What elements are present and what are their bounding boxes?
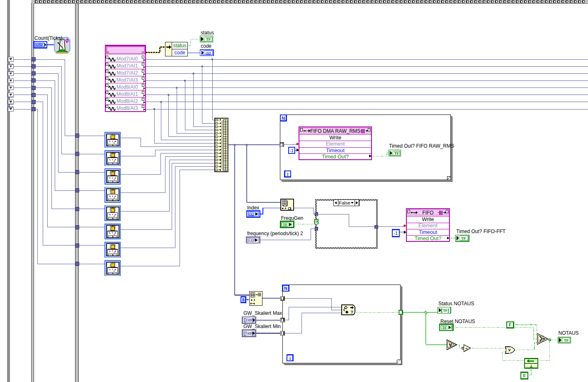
- svg-text:?: ?: [350, 310, 353, 315]
- svg-text:FIFO: FIFO: [422, 210, 433, 216]
- svg-text:Mod8/AI3: Mod8/AI3: [117, 105, 138, 111]
- svg-text:TF: TF: [206, 37, 211, 41]
- svg-text:?!: ?!: [107, 51, 109, 54]
- svg-text:F: F: [542, 340, 544, 343]
- svg-text:code: code: [201, 43, 211, 49]
- svg-text:Mod7/AI3: Mod7/AI3: [117, 77, 138, 83]
- svg-text:Timed Out? FIFO RAW_RMS: Timed Out? FIFO RAW_RMS: [389, 143, 454, 149]
- svg-text:¬: ¬: [465, 346, 468, 350]
- svg-text:-1: -1: [289, 148, 294, 153]
- svg-text:NOTAUS: NOTAUS: [559, 330, 579, 336]
- svg-text:False: False: [339, 200, 350, 205]
- svg-text:v: v: [508, 348, 511, 352]
- svg-text:Timeout: Timeout: [419, 229, 437, 235]
- svg-text:TF: TF: [461, 236, 466, 241]
- svg-text:U32: U32: [36, 43, 43, 47]
- svg-text:TF: TF: [442, 325, 447, 330]
- svg-text:Mod8/AI0: Mod8/AI0: [117, 84, 138, 90]
- svg-text:Mod8/AI2: Mod8/AI2: [117, 98, 138, 104]
- svg-text:Timed Out?: Timed Out?: [322, 154, 349, 160]
- svg-text:FrequGen: FrequGen: [281, 215, 304, 221]
- svg-text:status: status: [201, 30, 214, 36]
- svg-text:N: N: [284, 286, 287, 291]
- svg-text:FIFO DMA RAW_RMS: FIFO DMA RAW_RMS: [310, 128, 360, 134]
- svg-text:Mod7/AI2: Mod7/AI2: [117, 70, 138, 76]
- svg-text:∀: ∀: [448, 343, 452, 348]
- svg-text:F: F: [509, 322, 512, 327]
- svg-text:?: ?: [315, 219, 318, 224]
- svg-text:Write: Write: [422, 217, 434, 222]
- svg-text:i: i: [289, 356, 291, 361]
- svg-text:N: N: [282, 116, 285, 121]
- svg-text:F: F: [523, 373, 526, 378]
- svg-text:Status NOTAUS: Status NOTAUS: [438, 301, 474, 307]
- svg-text:TF: TF: [283, 222, 288, 227]
- svg-text:Element: Element: [326, 141, 345, 147]
- svg-text:Reset NOTAUS: Reset NOTAUS: [440, 319, 475, 324]
- svg-text:?!: ?!: [141, 51, 144, 54]
- svg-text:Element: Element: [418, 223, 437, 229]
- svg-text:i: i: [287, 172, 288, 177]
- svg-text:Write: Write: [329, 135, 341, 141]
- svg-text:Timed Out?: Timed Out?: [415, 236, 442, 241]
- svg-text:Mod7/AI0: Mod7/AI0: [117, 56, 138, 62]
- svg-text:GW_Skaliert Min: GW_Skaliert Min: [243, 324, 281, 329]
- svg-text:-1: -1: [394, 231, 398, 236]
- svg-text:code: code: [174, 50, 185, 56]
- svg-text:Index: Index: [247, 205, 259, 211]
- svg-text:TF: TF: [443, 308, 448, 313]
- svg-text:I32: I32: [249, 212, 254, 217]
- svg-text:Count(Ticks): Count(Ticks): [34, 35, 63, 41]
- svg-text:?: ?: [539, 339, 541, 342]
- svg-text:status: status: [173, 43, 186, 49]
- svg-text:TF: TF: [564, 338, 569, 343]
- svg-text:Mod8/AI1: Mod8/AI1: [117, 91, 138, 97]
- svg-text:GW_Skaliert Max: GW_Skaliert Max: [243, 310, 282, 316]
- svg-text:FXP: FXP: [248, 238, 255, 242]
- svg-text:TF: TF: [394, 151, 399, 156]
- svg-text:T: T: [542, 335, 544, 338]
- svg-text:I32: I32: [206, 51, 211, 56]
- svg-text:Timeout: Timeout: [326, 148, 345, 153]
- svg-text:Timed Out? FIFO-FFT: Timed Out? FIFO-FFT: [456, 229, 506, 234]
- svg-text:8: 8: [242, 297, 245, 302]
- svg-text:]: ]: [448, 308, 449, 313]
- svg-text:frequency (periods/tick) 2: frequency (periods/tick) 2: [247, 231, 303, 236]
- svg-text:Mod7/AI1: Mod7/AI1: [117, 63, 138, 69]
